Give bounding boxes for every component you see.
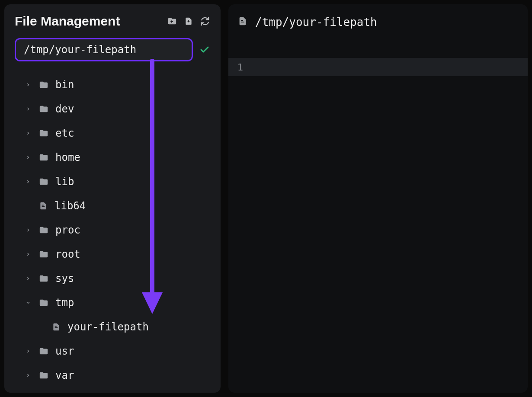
tree-item-label: lib64 bbox=[54, 200, 86, 212]
editor-line: 1 bbox=[228, 58, 528, 76]
editor-panel: /tmp/your-filepath 1 bbox=[228, 4, 528, 393]
tree-item-label: root bbox=[55, 248, 80, 260]
chevron-right-icon bbox=[24, 155, 32, 160]
tree-folder-var[interactable]: var bbox=[24, 363, 210, 387]
tree-item-label: tmp bbox=[55, 297, 74, 309]
file-plus-icon bbox=[184, 16, 193, 26]
tree-folder-etc[interactable]: etc bbox=[24, 121, 210, 145]
tree-file-lib64[interactable]: lib64 bbox=[24, 194, 210, 218]
tree-folder-proc[interactable]: proc bbox=[24, 218, 210, 242]
chevron-down-icon bbox=[24, 300, 32, 305]
chevron-right-icon bbox=[24, 373, 32, 378]
file-icon bbox=[39, 201, 48, 211]
tree-item-label: lib bbox=[55, 176, 74, 188]
confirm-path-button[interactable] bbox=[199, 44, 210, 55]
chevron-right-icon bbox=[24, 106, 32, 112]
folder-icon bbox=[39, 225, 48, 235]
tree-item-label: etc bbox=[55, 127, 74, 139]
tree-folder-root[interactable]: root bbox=[24, 242, 210, 266]
sidebar-title: File Management bbox=[15, 14, 120, 29]
line-number: 1 bbox=[228, 62, 248, 73]
tree-folder-sys[interactable]: sys bbox=[24, 266, 210, 291]
path-input-row bbox=[15, 38, 210, 61]
new-folder-button[interactable] bbox=[167, 16, 177, 26]
file-icon bbox=[52, 322, 61, 332]
tree-item-label: proc bbox=[55, 224, 80, 236]
tree-item-label: your-filepath bbox=[67, 321, 149, 333]
file-management-sidebar: File Management bbox=[4, 4, 221, 393]
tree-item-label: bin bbox=[55, 79, 74, 91]
folder-icon bbox=[39, 250, 48, 259]
tree-folder-lib[interactable]: lib bbox=[24, 170, 210, 194]
tree-folder-dev[interactable]: dev bbox=[24, 97, 210, 121]
open-file-path: /tmp/your-filepath bbox=[255, 16, 377, 29]
chevron-right-icon bbox=[24, 227, 32, 233]
refresh-button[interactable] bbox=[200, 16, 210, 26]
folder-icon bbox=[39, 104, 48, 114]
file-icon bbox=[238, 16, 247, 28]
folder-icon bbox=[39, 346, 48, 356]
tree-item-label: dev bbox=[55, 103, 74, 115]
tree-item-label: home bbox=[55, 151, 80, 163]
folder-icon bbox=[39, 371, 48, 380]
tree-folder-home[interactable]: home bbox=[24, 145, 210, 170]
folder-icon bbox=[39, 80, 48, 90]
folder-icon bbox=[39, 274, 48, 283]
path-input[interactable] bbox=[15, 38, 193, 61]
tree-folder-tmp[interactable]: tmp bbox=[24, 291, 210, 315]
tree-item-label: sys bbox=[55, 272, 74, 285]
folder-plus-icon bbox=[167, 16, 177, 26]
sidebar-actions bbox=[167, 16, 210, 26]
folder-icon bbox=[39, 128, 48, 138]
check-icon bbox=[199, 45, 210, 55]
folder-icon bbox=[39, 153, 48, 162]
tree-file-your-filepath[interactable]: your-filepath bbox=[24, 315, 210, 339]
tree-folder-usr[interactable]: usr bbox=[24, 339, 210, 363]
chevron-right-icon bbox=[24, 131, 32, 136]
new-file-button[interactable] bbox=[183, 16, 194, 26]
folder-icon bbox=[39, 298, 48, 307]
editor-header: /tmp/your-filepath bbox=[228, 16, 528, 29]
chevron-right-icon bbox=[24, 252, 32, 257]
chevron-right-icon bbox=[24, 276, 32, 281]
file-tree: bin dev etc home lib bbox=[15, 73, 210, 387]
sidebar-header: File Management bbox=[15, 14, 210, 29]
refresh-icon bbox=[200, 16, 210, 26]
tree-item-label: usr bbox=[55, 345, 74, 357]
tree-item-label: var bbox=[55, 369, 74, 381]
chevron-right-icon bbox=[24, 82, 32, 87]
chevron-right-icon bbox=[24, 179, 32, 184]
chevron-right-icon bbox=[24, 349, 32, 354]
folder-icon bbox=[39, 177, 48, 186]
tree-folder-bin[interactable]: bin bbox=[24, 73, 210, 97]
code-editor[interactable]: 1 bbox=[228, 58, 528, 76]
